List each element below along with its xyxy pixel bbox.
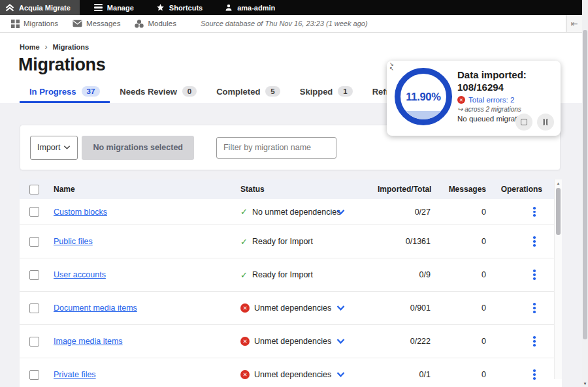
table-row: Private files ✕ Unmet dependencies 0/1 0 xyxy=(20,358,562,387)
chevron-down-icon[interactable] xyxy=(336,209,345,215)
header-operations: Operations xyxy=(495,185,554,194)
breadcrumb-current[interactable]: Migrations xyxy=(53,43,90,51)
nav-item-migrations[interactable]: Migrations xyxy=(4,20,65,28)
topbar-item-label: Shortcuts xyxy=(169,4,203,12)
progress-percent: 11.90% xyxy=(406,91,440,103)
migration-name-link[interactable]: Public files xyxy=(54,237,93,246)
grid-icon xyxy=(11,20,20,28)
envelope-icon xyxy=(73,20,82,27)
breadcrumb-home-link[interactable]: Home xyxy=(20,43,40,51)
status-label: Ready for Import xyxy=(252,270,313,279)
kebab-menu-icon[interactable] xyxy=(532,367,537,381)
import-button-label: Import xyxy=(37,143,60,152)
acquia-migrate-brand[interactable]: Acquia Migrate xyxy=(0,0,80,15)
total-errors-link[interactable]: ✕ Total errors: 2 xyxy=(457,96,555,104)
window-scrollbar-thumb[interactable] xyxy=(583,30,587,339)
table-row: User accounts ✓ Ready for Import 0/9 0 xyxy=(20,258,562,292)
error-icon: ✕ xyxy=(457,96,465,104)
progress-controls xyxy=(515,114,554,131)
import-dropdown-button[interactable]: Import xyxy=(30,136,78,160)
messages-cell: 0 xyxy=(440,270,495,279)
imported-total-cell: 0/27 xyxy=(378,208,440,217)
total-errors-label: Total errors: 2 xyxy=(468,96,514,104)
status-label: No unmet dependencies xyxy=(252,208,341,217)
select-all-checkbox[interactable] xyxy=(29,185,39,194)
stop-icon xyxy=(521,119,527,125)
error-icon: ✕ xyxy=(240,303,250,313)
migration-filter-input[interactable] xyxy=(216,137,336,159)
check-icon: ✓ xyxy=(240,207,248,217)
table-scrollbar[interactable]: ▲ xyxy=(554,179,562,379)
topbar-item-shortcuts[interactable]: Shortcuts xyxy=(148,0,210,15)
topbar-item-manage[interactable]: Manage xyxy=(86,0,142,15)
tab-needs-review[interactable]: Needs Review 0 xyxy=(110,82,206,103)
chevron-down-icon xyxy=(63,145,71,150)
migration-name-link[interactable]: Image media items xyxy=(54,337,123,346)
migration-name-link[interactable]: Document media items xyxy=(54,303,137,313)
progress-ring: 11.90% xyxy=(395,68,452,125)
kebab-menu-icon[interactable] xyxy=(532,268,537,281)
chevron-down-icon[interactable] xyxy=(336,339,345,345)
errors-sub-note: ↪ across 2 migrations xyxy=(457,106,555,113)
imported-total-cell: 0/901 xyxy=(378,303,440,313)
messages-cell: 0 xyxy=(440,208,495,217)
tab-count-badge: 0 xyxy=(182,86,197,97)
tab-skipped[interactable]: Skipped 1 xyxy=(290,82,363,103)
kebab-menu-icon[interactable] xyxy=(532,234,537,248)
messages-cell: 0 xyxy=(440,370,495,379)
modules-icon xyxy=(135,20,144,28)
migration-name-link[interactable]: Private files xyxy=(54,370,96,379)
tab-count-badge: 1 xyxy=(338,86,352,97)
selection-status-button[interactable]: No migrations selected xyxy=(82,136,194,160)
nav-item-label: Migrations xyxy=(24,20,58,27)
table-header-row: Name Status Imported/Total Messages Oper… xyxy=(20,179,562,199)
status-cell: ✓ Ready for Import xyxy=(240,225,378,258)
user-icon xyxy=(225,3,233,12)
kebab-menu-icon[interactable] xyxy=(532,334,537,348)
row-checkbox[interactable] xyxy=(29,370,39,380)
collapse-panel-icon[interactable]: ↘ ↖ xyxy=(389,62,394,71)
messages-cell: 0 xyxy=(440,337,495,346)
status-cell: ✕ Unmet dependencies xyxy=(240,292,378,324)
status-cell: ✓ No unmet dependencies xyxy=(240,199,378,224)
header-messages: Messages xyxy=(440,185,495,194)
data-imported-label: Data imported: xyxy=(457,69,555,81)
row-checkbox[interactable] xyxy=(29,207,39,217)
nav-item-label: Messages xyxy=(86,20,120,27)
topbar-item-user[interactable]: ama-admin xyxy=(217,0,283,15)
nav-item-modules[interactable]: Modules xyxy=(127,20,183,28)
tab-bar: In Progress 37 Needs Review 0 Completed … xyxy=(20,82,434,103)
row-checkbox[interactable] xyxy=(29,303,39,313)
chevron-down-icon[interactable] xyxy=(336,372,345,378)
stop-button[interactable] xyxy=(515,114,532,131)
progress-ring-fill xyxy=(400,111,446,119)
pause-button[interactable] xyxy=(537,114,554,131)
migration-name-link[interactable]: User accounts xyxy=(54,270,106,279)
kebab-menu-icon[interactable] xyxy=(532,301,537,315)
nav-item-label: Modules xyxy=(148,20,176,27)
tab-label: Skipped xyxy=(300,87,333,97)
row-checkbox[interactable] xyxy=(29,270,39,280)
nav-item-messages[interactable]: Messages xyxy=(65,20,127,27)
row-checkbox[interactable] xyxy=(29,237,39,247)
tab-label: In Progress xyxy=(29,87,76,97)
dock-left-icon[interactable]: ⇤ xyxy=(566,15,582,32)
table-scrollbar-thumb[interactable] xyxy=(556,188,561,235)
error-icon: ✕ xyxy=(240,370,250,379)
secondary-nav: Migrations Messages Modules Source datab… xyxy=(0,15,588,33)
scroll-up-icon[interactable]: ▲ xyxy=(555,181,562,185)
row-checkbox[interactable] xyxy=(29,337,39,347)
imported-total-cell: 0/1361 xyxy=(378,237,440,246)
kebab-menu-icon[interactable] xyxy=(532,205,537,219)
check-icon: ✓ xyxy=(240,270,248,280)
status-cell: ✕ Unmet dependencies xyxy=(240,325,378,358)
window-scrollbar[interactable]: ▼ xyxy=(582,0,588,387)
messages-cell: 0 xyxy=(440,303,495,313)
chevron-down-icon[interactable] xyxy=(336,305,345,311)
tab-in-progress[interactable]: In Progress 37 xyxy=(20,82,110,103)
import-progress-panel: ↘ ↖ 11.90% Data imported: 108/16294 ✕ To… xyxy=(387,61,561,136)
status-label: Unmet dependencies xyxy=(254,303,331,313)
migration-name-link[interactable]: Custom blocks xyxy=(54,208,107,217)
scroll-down-icon[interactable]: ▼ xyxy=(582,382,588,386)
tab-completed[interactable]: Completed 5 xyxy=(206,82,290,103)
